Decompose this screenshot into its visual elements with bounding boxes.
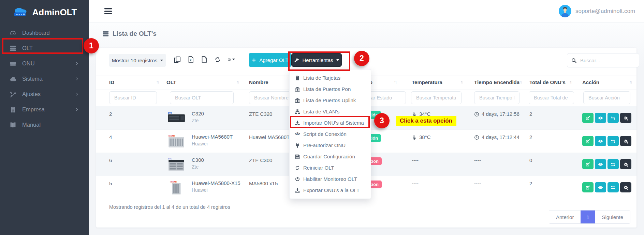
export-file-button[interactable] (201, 56, 208, 63)
filter-input-accion[interactable] (583, 91, 630, 104)
tools-button[interactable]: Herramientas (291, 53, 342, 67)
menu-item-lista-de-puertos-pon[interactable]: Lista de Puertos Pon (290, 83, 371, 95)
cell-temperatura: ---- (412, 176, 419, 199)
olt-settings-button[interactable] (620, 159, 631, 169)
column-header-nombre[interactable]: Nombre (249, 79, 268, 85)
edit-olt-button[interactable] (582, 182, 594, 192)
column-header-tiempo-encendida[interactable]: Tiempo Encendida (474, 79, 519, 85)
table-search (567, 53, 639, 67)
cell-temperatura: 38°C (412, 129, 431, 153)
search-input[interactable] (580, 57, 635, 64)
filter-input-id[interactable] (109, 91, 157, 104)
view-olt-button[interactable] (595, 113, 606, 123)
sort-icon[interactable]: ↑↓ (460, 80, 463, 84)
olt-settings-button[interactable] (620, 136, 631, 146)
view-olt-button[interactable] (595, 136, 606, 146)
sidebar: AdminOLT Dashboard OLT ONU Sistema (0, 0, 89, 235)
exchange-icon (611, 185, 616, 190)
power-icon (295, 176, 300, 182)
sidebar-item-empresa[interactable]: Empresa (0, 102, 89, 117)
cell-accion (582, 129, 631, 153)
user-menu[interactable]: soporte@adminolt.com (559, 5, 635, 17)
menu-item-lista-de-puertos-uplink[interactable]: Lista de Puertos Uplink (290, 95, 371, 106)
pagination-next-button[interactable]: Siguiente (595, 210, 630, 223)
menu-item-guardar-configuracion[interactable]: Guardar Configuración (290, 151, 371, 162)
column-header-id[interactable]: ID (109, 79, 114, 85)
copy-icon (174, 56, 181, 63)
sdcard-icon (295, 75, 300, 81)
copy-button[interactable] (174, 56, 181, 63)
menu-item-pre-autorizar-onu[interactable]: Pre-autorizar ONU (290, 140, 371, 151)
wrench-icon (294, 58, 299, 63)
menu-item-lista-de-tarjetas[interactable]: Lista de Tarjetas (290, 72, 371, 83)
sidebar-item-dashboard[interactable]: Dashboard (0, 25, 89, 41)
cogs-icon (623, 185, 628, 190)
cloud-icon (10, 76, 16, 82)
chevron-right-icon (75, 108, 79, 111)
edit-olt-button[interactable] (582, 159, 594, 169)
sort-icon[interactable]: ↑↓ (570, 80, 572, 84)
pagination-page-1[interactable]: 1 (581, 210, 595, 223)
filter-input-temperatura[interactable] (411, 91, 462, 104)
column-visibility-button[interactable] (228, 56, 235, 63)
menu-item-importar-onus-al-sistema[interactable]: Importar ONU's al Sistema (290, 117, 371, 128)
sort-icon[interactable]: ↑↓ (394, 80, 397, 84)
cell-total-onus: 0 (529, 153, 532, 176)
pagination-prev-button[interactable]: Anterior (549, 210, 581, 223)
sidebar-toggle-button[interactable] (104, 7, 113, 16)
sort-icon[interactable]: ↑↓ (629, 80, 632, 84)
chevron-right-icon (75, 77, 79, 81)
edit-olt-button[interactable] (582, 113, 594, 123)
sidebar-item-ajustes[interactable]: Ajustes (0, 87, 89, 102)
file-excel-icon: x (188, 56, 194, 63)
svg-text:ZTE: ZTE (168, 112, 172, 114)
sidebar-item-onu[interactable]: ONU (0, 56, 89, 71)
thermometer-icon (412, 135, 417, 140)
view-olt-button[interactable] (595, 159, 606, 169)
sort-icon[interactable]: ↑↓ (519, 80, 522, 84)
sidebar-item-olt[interactable]: OLT (0, 41, 89, 56)
plug-icon (295, 143, 300, 148)
column-header-temperatura[interactable]: Temperatura (412, 79, 442, 85)
olt-settings-button[interactable] (620, 113, 631, 123)
sort-icon[interactable]: ↑↓ (156, 80, 159, 84)
column-header-accion[interactable]: Acción (582, 79, 599, 85)
menu-item-exportar-onus-a-la-olt[interactable]: Exportar ONU's a la OLT (290, 185, 371, 196)
sidebar-item-sistema[interactable]: Sistema (0, 71, 89, 87)
cell-nombre: Huawei MA5680T (249, 129, 290, 153)
sync-olt-button[interactable] (608, 159, 619, 169)
filter-input-olt[interactable] (170, 91, 234, 104)
sort-icon[interactable]: ↑↓ (236, 80, 239, 84)
menu-item-lista-de-vlans[interactable]: Lista de VLAN's (290, 106, 371, 117)
show-entries-select[interactable]: Mostrar 10 registros (109, 54, 166, 67)
column-header-total-onus[interactable]: Total de ONU's (529, 79, 566, 85)
cell-accion (582, 106, 631, 129)
add-olt-button[interactable]: Agregar OLT (249, 53, 291, 67)
exchange-icon (611, 115, 616, 121)
column-header-olt[interactable]: OLT (166, 79, 176, 85)
menu-item-script-de-conexion[interactable]: </>Script de Conexión (290, 128, 371, 140)
sync-olt-button[interactable] (608, 136, 619, 146)
olt-settings-button[interactable] (620, 182, 631, 192)
cogs-icon (623, 162, 628, 167)
view-olt-button[interactable] (595, 182, 606, 192)
app-logo: AdminOLT (0, 0, 89, 25)
filter-input-tiempo[interactable] (474, 91, 519, 104)
menu-item-reiniciar-olt[interactable]: Reiniciar OLT (290, 162, 371, 173)
page-title: Lista de OLT's (102, 30, 157, 37)
edit-olt-button[interactable] (582, 136, 594, 146)
sync-olt-button[interactable] (608, 182, 619, 192)
edit-icon (585, 185, 590, 190)
menu-item-habilitar-monitoreo-olt[interactable]: Habilitar Monitoreo OLT (290, 173, 371, 185)
search-icon (571, 58, 576, 63)
clock-icon (474, 135, 479, 140)
sync-olt-button[interactable] (608, 113, 619, 123)
annotation-step-1-marker: 1 (84, 38, 99, 53)
filter-input-total-onus[interactable] (529, 91, 574, 104)
sidebar-item-manual[interactable]: Manual (0, 117, 89, 132)
annotation-step-3-marker: 3 (374, 113, 390, 128)
export-excel-button[interactable]: x (188, 56, 195, 63)
cell-total-onus: 2 (529, 106, 532, 129)
refresh-button[interactable] (214, 56, 221, 63)
cell-total-onus: 2 (529, 129, 532, 153)
